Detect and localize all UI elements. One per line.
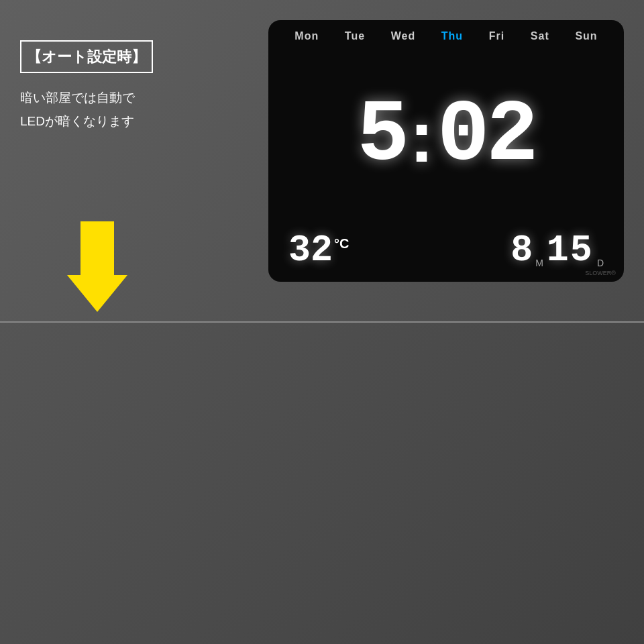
arrow-head [67,275,127,312]
bright-clock-display: Mon Tue Wed Thu Fri Sat Sun 5 : 02 32 °C… [268,20,624,282]
jp-title: 【オート設定時】 [20,40,153,73]
day-sat-bright: Sat [531,30,549,42]
day-wed-bright: Wed [391,30,415,42]
jp-body: 暗い部屋では自動で LEDが暗くなります [20,87,153,132]
jp-text-block: 【オート設定時】 暗い部屋では自動で LEDが暗くなります [20,40,153,133]
day-thu-bright: Thu [441,30,463,42]
day-mon-bright: Mon [294,30,319,42]
minute-digit-bright: 02 [437,93,535,180]
day-number-bright: 15 [547,229,594,272]
temp-unit-bright: °C [334,236,349,252]
time-display-bright: 5 : 02 [282,46,610,226]
day-tue-bright: Tue [345,30,365,42]
days-row-bright: Mon Tue Wed Thu Fri Sat Sun [282,30,610,42]
day-suffix-bright: D [597,258,604,268]
day-sun-bright: Sun [575,30,597,42]
top-section: 【オート設定時】 暗い部屋では自動で LEDが暗くなります Mon Tue We… [0,0,644,322]
hour-digit-bright: 5 [357,93,406,180]
day-fri-bright: Fri [489,30,504,42]
section-divider [0,322,644,323]
bottom-section: Mon Tue Wed Thu Fri Sat Sun 5 : 02 32 °C… [0,322,644,644]
brand-bright: SLOWER® [585,270,616,276]
arrow-shaft [80,221,114,275]
sub-info-bright: 32 °C 8 M 15 D [282,229,610,272]
month-suffix-bright: M [535,258,543,268]
temp-bright: 32 °C [288,229,349,272]
date-number-bright: 8 [511,229,534,272]
date-bright: 8 M 15 D [511,229,604,272]
arrow-down-indicator [67,221,127,312]
colon-bright: : [409,99,434,173]
temp-number-bright: 32 [288,229,333,272]
